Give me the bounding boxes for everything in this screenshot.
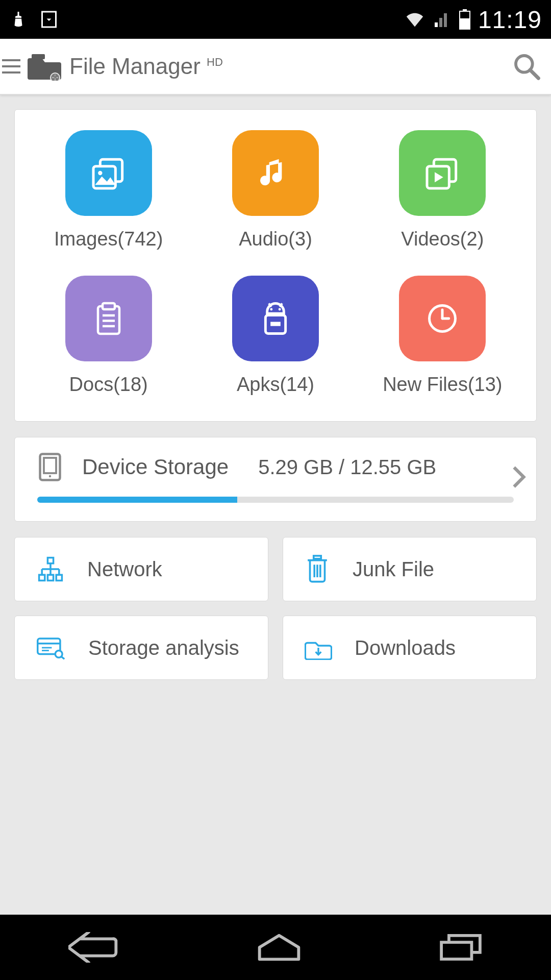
svg-rect-29 [44, 458, 56, 473]
svg-rect-4 [32, 54, 45, 59]
search-icon[interactable] [512, 52, 541, 81]
tool-storageanalysis[interactable]: Storage analysis [14, 616, 268, 680]
analysis-icon [36, 635, 66, 660]
menu-icon[interactable] [2, 59, 20, 74]
tool-label: Network [87, 558, 162, 581]
category-label: Apks(14) [237, 374, 314, 396]
category-label: Docs(18) [69, 374, 148, 396]
category-videos[interactable]: Videos(2) [359, 130, 526, 250]
svg-rect-52 [441, 942, 471, 959]
download-status-icon [40, 10, 58, 29]
category-newfiles[interactable]: New Files(13) [359, 276, 526, 396]
svg-rect-24 [270, 322, 281, 326]
category-audio[interactable]: Audio(3) [192, 130, 359, 250]
svg-rect-32 [39, 575, 45, 580]
tool-downloads[interactable]: Downloads [283, 616, 537, 680]
downloads-icon [305, 635, 332, 660]
wifi-icon [404, 10, 426, 29]
network-icon [36, 555, 65, 583]
storage-progress [37, 497, 514, 503]
svg-point-49 [55, 651, 62, 658]
back-icon[interactable] [68, 932, 119, 963]
apks-icon [232, 276, 319, 361]
tool-label: Storage analysis [88, 636, 239, 659]
category-docs[interactable]: Docs(18) [25, 276, 192, 396]
videos-icon [399, 130, 486, 216]
chevron-right-icon [512, 466, 526, 488]
status-bar: 11:19 [0, 0, 551, 39]
category-images[interactable]: Images(742) [25, 130, 192, 250]
app-title: File Manager HD [69, 54, 223, 79]
tool-junkfile[interactable]: Junk File [283, 537, 537, 601]
nav-bar [0, 915, 551, 980]
battery-icon [459, 9, 471, 30]
tool-label: Junk File [353, 558, 434, 581]
svg-point-30 [49, 475, 52, 478]
svg-rect-34 [56, 575, 62, 580]
svg-rect-31 [47, 558, 53, 564]
categories-card: Images(742) Audio(3) Videos(2) Docs(18) [14, 109, 537, 422]
storage-title: Device Storage [82, 455, 229, 479]
device-storage-icon [37, 452, 63, 482]
status-time: 11:19 [478, 6, 542, 34]
svg-rect-15 [103, 303, 115, 309]
category-label: Images(742) [54, 228, 163, 250]
app-bar: File Manager HD [0, 39, 551, 95]
svg-point-22 [279, 308, 281, 311]
cleanup-icon [9, 10, 28, 29]
category-apks[interactable]: Apks(14) [192, 276, 359, 396]
audio-icon [232, 130, 319, 216]
svg-point-21 [270, 308, 272, 311]
category-label: Videos(2) [401, 228, 484, 250]
images-icon [65, 130, 152, 216]
svg-rect-40 [314, 556, 321, 559]
tool-network[interactable]: Network [14, 537, 268, 601]
tool-label: Downloads [355, 636, 456, 659]
docs-icon [65, 276, 152, 361]
storage-card[interactable]: Device Storage 5.29 GB / 12.55 GB [14, 437, 537, 522]
svg-point-11 [98, 171, 102, 175]
clock-icon [399, 276, 486, 361]
category-label: New Files(13) [383, 374, 502, 396]
trash-icon [305, 554, 330, 584]
svg-rect-10 [93, 166, 115, 188]
svg-rect-33 [47, 575, 53, 580]
svg-rect-3 [460, 18, 470, 30]
app-logo-icon [27, 52, 62, 81]
tools-grid: Network Junk File Storage analysis Downl… [14, 537, 537, 680]
storage-usage: 5.29 GB / 12.55 GB [258, 456, 436, 479]
home-icon[interactable] [256, 932, 302, 963]
recent-apps-icon[interactable] [439, 933, 483, 962]
signal-icon [433, 10, 452, 29]
svg-line-50 [62, 657, 65, 659]
category-label: Audio(3) [239, 228, 312, 250]
svg-line-8 [530, 70, 538, 78]
